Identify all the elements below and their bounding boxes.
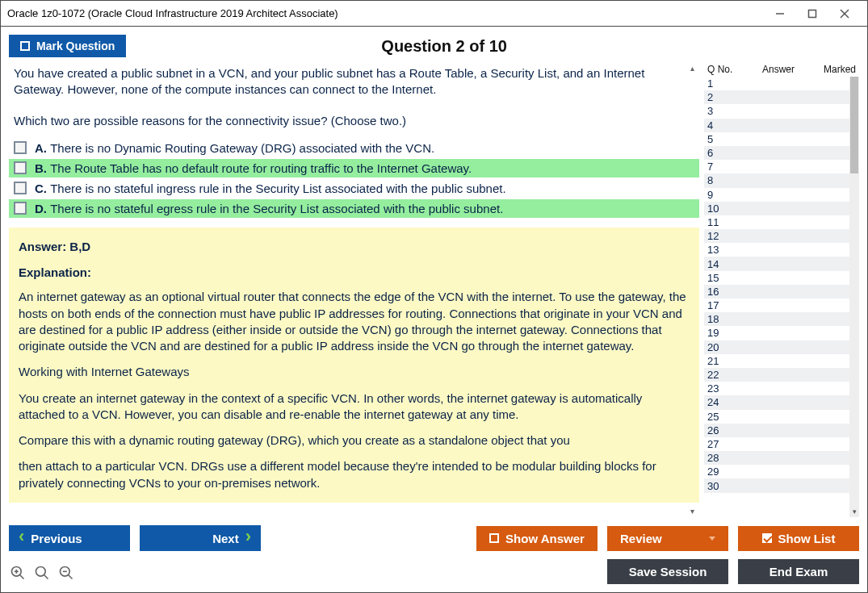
question-list-row[interactable]: 24 — [704, 395, 849, 409]
mark-question-button[interactable]: Mark Question — [9, 35, 126, 57]
choice-checkbox[interactable] — [14, 202, 27, 215]
answer-choice[interactable]: C. There is no stateful ingress rule in … — [9, 179, 699, 198]
question-list-row[interactable]: 12 — [704, 229, 849, 243]
col-marked: Marked — [811, 64, 856, 75]
question-list-row[interactable]: 13 — [704, 243, 849, 257]
question-list-row[interactable]: 14 — [704, 257, 849, 270]
question-number: 6 — [707, 147, 732, 159]
zoom-out-button[interactable] — [57, 564, 75, 582]
question-list-row[interactable]: 17 — [704, 299, 849, 312]
question-list-row[interactable]: 27 — [704, 437, 849, 451]
question-list-row[interactable]: 3 — [704, 104, 849, 118]
question-number: 16 — [707, 286, 732, 298]
question-number: 24 — [707, 396, 732, 408]
question-list-row[interactable]: 6 — [704, 146, 849, 160]
answer-choice[interactable]: D. There is no stateful egress rule in t… — [9, 199, 699, 218]
question-list-row[interactable]: 5 — [704, 132, 849, 146]
question-number: 11 — [707, 216, 732, 228]
answer-choice[interactable]: B. The Route Table has no default route … — [9, 159, 699, 177]
main-row: ▴ ▾ You have created a public subnet in … — [9, 62, 859, 517]
save-session-button[interactable]: Save Session — [607, 559, 728, 584]
choice-text: A. There is no Dynamic Routing Gateway (… — [35, 141, 434, 155]
question-list-row[interactable]: 2 — [704, 90, 849, 104]
next-button[interactable]: Next — [140, 525, 261, 551]
question-list-row[interactable]: 22 — [704, 368, 849, 382]
question-list-sidebar: Q No. Answer Marked 12345678910111213141… — [704, 62, 859, 517]
question-list-row[interactable]: 26 — [704, 424, 849, 437]
zoom-controls — [9, 562, 75, 582]
question-number: 17 — [707, 299, 732, 311]
svg-line-5 — [20, 574, 24, 578]
previous-button[interactable]: Previous — [9, 525, 130, 551]
show-list-button[interactable]: Show List — [738, 526, 859, 551]
question-list-row[interactable]: 29 — [704, 465, 849, 478]
explanation-panel: Answer: B,D Explanation: An internet gat… — [9, 228, 699, 503]
question-list-row[interactable]: 20 — [704, 340, 849, 354]
previous-label: Previous — [31, 532, 82, 545]
mark-question-label: Mark Question — [36, 40, 115, 52]
end-exam-button[interactable]: End Exam — [738, 559, 859, 584]
question-number: 29 — [707, 466, 732, 478]
question-list-row[interactable]: 21 — [704, 354, 849, 368]
question-list-row[interactable]: 4 — [704, 119, 849, 132]
col-qno: Q No. — [707, 64, 746, 75]
close-button[interactable] — [828, 1, 861, 26]
answer-choice[interactable]: A. There is no Dynamic Routing Gateway (… — [9, 139, 699, 157]
review-dropdown[interactable]: Review — [607, 526, 728, 551]
choice-checkbox[interactable] — [14, 161, 27, 174]
question-number: 7 — [707, 161, 732, 173]
titlebar: Oracle 1z0-1072 (Oracle Cloud Infrastruc… — [1, 1, 867, 27]
choices-list: A. There is no Dynamic Routing Gateway (… — [9, 139, 699, 218]
question-number: 19 — [707, 327, 732, 339]
question-list-row[interactable]: 19 — [704, 326, 849, 340]
question-list-row[interactable]: 18 — [704, 312, 849, 326]
scroll-down-icon[interactable]: ▾ — [850, 507, 858, 517]
chevron-right-icon — [245, 531, 251, 545]
question-list-row[interactable]: 15 — [704, 271, 849, 285]
question-number: 22 — [707, 369, 732, 381]
question-number: 30 — [707, 480, 732, 492]
zoom-reset-button[interactable] — [33, 564, 51, 582]
review-label: Review — [620, 532, 662, 545]
question-list-row[interactable]: 8 — [704, 173, 849, 187]
next-label: Next — [212, 532, 239, 545]
question-list-row[interactable]: 25 — [704, 410, 849, 424]
question-number: 9 — [707, 189, 732, 201]
question-list-row[interactable]: 23 — [704, 382, 849, 395]
chevron-left-icon — [19, 531, 24, 545]
question-list-row[interactable]: 11 — [704, 215, 849, 229]
maximize-icon — [807, 9, 817, 19]
minimize-button[interactable] — [764, 1, 796, 26]
close-icon — [840, 9, 849, 19]
choice-checkbox[interactable] — [14, 182, 27, 194]
sidebar-list[interactable]: 1234567891011121314151617181920212223242… — [704, 77, 859, 517]
maximize-button[interactable] — [796, 1, 828, 26]
question-list-row[interactable]: 1 — [704, 77, 849, 90]
choice-text: C. There is no stateful ingress rule in … — [35, 182, 506, 195]
scrollbar-thumb[interactable] — [850, 77, 858, 173]
question-scroll[interactable]: ▴ ▾ You have created a public subnet in … — [9, 62, 699, 517]
question-number: 25 — [707, 411, 732, 423]
zoom-in-button[interactable] — [9, 564, 27, 582]
question-list-row[interactable]: 10 — [704, 202, 849, 215]
choice-text: D. There is no stateful egress rule in t… — [35, 202, 503, 215]
show-answer-label: Show Answer — [505, 532, 585, 545]
scroll-down-icon[interactable]: ▾ — [686, 505, 698, 516]
sidebar-scrollbar[interactable]: ▴ ▾ — [849, 77, 859, 517]
question-text-1: You have created a public subnet in a VC… — [9, 62, 699, 102]
minimize-icon — [775, 9, 785, 19]
app-window: Oracle 1z0-1072 (Oracle Cloud Infrastruc… — [0, 0, 868, 593]
question-list-row[interactable]: 9 — [704, 188, 849, 202]
button-row-1: Previous Next Show Answer Review Sh — [9, 525, 859, 551]
question-list-row[interactable]: 7 — [704, 160, 849, 173]
window-title: Oracle 1z0-1072 (Oracle Cloud Infrastruc… — [7, 7, 764, 19]
explanation-p4: Compare this with a dynamic routing gate… — [19, 432, 690, 449]
question-list-row[interactable]: 16 — [704, 285, 849, 299]
scroll-up-icon[interactable]: ▴ — [686, 62, 698, 73]
choice-checkbox[interactable] — [14, 141, 27, 154]
question-list-row[interactable]: 28 — [704, 451, 849, 465]
question-number: 14 — [707, 258, 732, 270]
question-list-row[interactable]: 30 — [704, 478, 849, 492]
show-answer-button[interactable]: Show Answer — [476, 526, 598, 551]
explanation-p5: then attach to a particular VCN. DRGs us… — [19, 458, 690, 491]
